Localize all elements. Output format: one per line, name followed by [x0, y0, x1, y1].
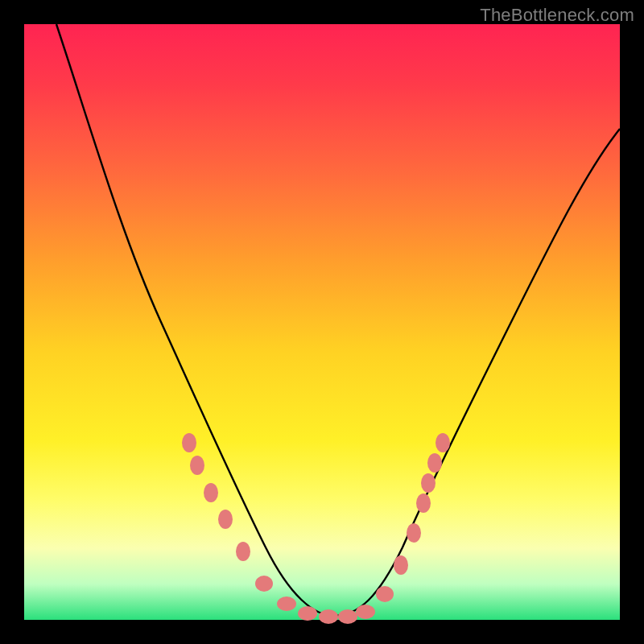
svg-point-4	[236, 542, 250, 561]
svg-point-14	[416, 493, 431, 513]
svg-point-17	[436, 433, 450, 452]
svg-point-5	[255, 576, 273, 592]
svg-point-7	[298, 606, 317, 621]
svg-point-13	[407, 523, 421, 543]
chart-plot-area	[24, 24, 620, 620]
svg-point-1	[190, 456, 204, 475]
svg-point-3	[218, 510, 233, 529]
chart-svg	[24, 24, 620, 620]
svg-point-12	[394, 555, 408, 575]
svg-point-10	[356, 605, 375, 619]
bottleneck-curve	[56, 24, 620, 616]
svg-point-15	[421, 473, 436, 493]
curve-markers	[182, 433, 450, 624]
svg-point-16	[427, 453, 442, 473]
svg-point-9	[338, 609, 357, 624]
watermark-text: TheBottleneck.com	[480, 5, 634, 26]
svg-point-0	[182, 433, 196, 452]
svg-point-6	[277, 597, 296, 611]
svg-point-2	[204, 483, 218, 502]
chart-frame: TheBottleneck.com	[0, 0, 644, 644]
svg-point-11	[376, 586, 394, 602]
svg-point-8	[319, 609, 338, 624]
